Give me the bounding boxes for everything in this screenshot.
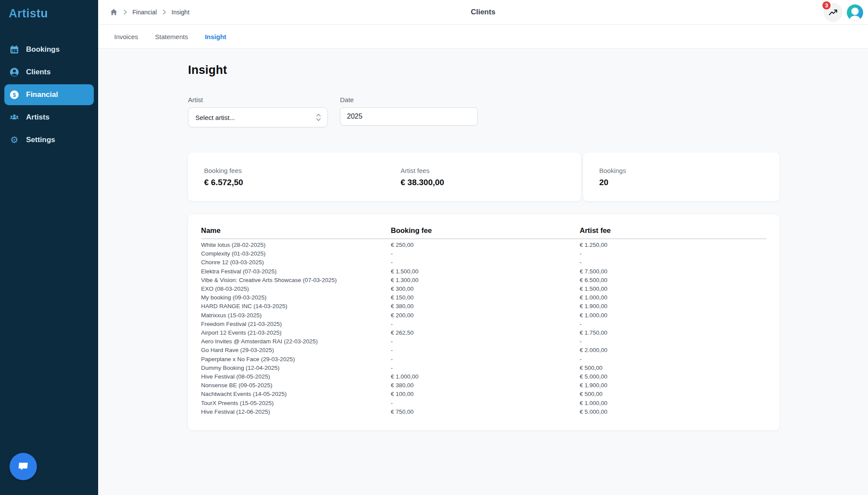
topbar-actions: 3 [824,0,863,25]
cell-artist-fee: € 6.500,00 [580,276,766,285]
table-row: HARD RANGE INC (14-03-2025) € 380,00 € 1… [201,302,766,311]
cell-artist-fee: - [580,258,766,267]
sidebar-item-bookings[interactable]: Bookings [4,39,94,60]
user-avatar[interactable] [847,4,863,21]
bookings-table-card: Name Booking fee Artist fee White lotus … [188,214,779,430]
insights-shortcut-button[interactable]: 3 [824,3,842,22]
cell-artist-fee: € 2.000,00 [580,346,766,355]
cell-name: Freedom Festival (21-03-2025) [201,320,391,329]
cell-booking-fee: € 100,00 [391,390,580,399]
table-row: Nonsense BE (09-05-2025) € 380,00 € 1.90… [201,381,766,390]
table-row: Elektra Festival (07-03-2025) € 1.500,00… [201,267,766,276]
tab-invoices[interactable]: Invoices [114,33,138,40]
tab-statements[interactable]: Statements [155,33,188,40]
table-row: White lotus (28-02-2025) € 250,00 € 1.25… [201,241,766,249]
cell-name: Aero Invites @ Amsterdam RAI (22-03-2025… [201,337,391,346]
gear-icon: ⚙ [10,135,19,145]
table-row: Freedom Festival (21-03-2025) - - [201,320,766,329]
table-row: Vibe & Vision: Creative Arts Showcase (0… [201,276,766,285]
page-heading: Insight [188,63,868,77]
table-row: Matrixxus (15-03-2025) € 200,00 € 1.000,… [201,311,766,320]
cell-name: TourX Preents (15-05-2025) [201,399,391,408]
table-row: Paperplane x No Face (29-03-2025) - - [201,355,766,364]
date-input[interactable] [340,107,478,126]
app-window: Artistu Bookings Clients $ Financial [0,0,868,495]
sidebar: Artistu Bookings Clients $ Financial [0,0,98,495]
table-row: Hive Festival (12-06-2025) € 750,00 € 5.… [201,408,766,416]
artist-select-value: Select artist... [195,114,235,121]
metric-value: € 6.572,50 [204,178,385,187]
cell-booking-fee: € 200,00 [391,311,580,320]
cell-booking-fee: - [391,337,580,346]
artist-label: Artist [188,96,328,103]
artist-fees-metric: Artist fees € 38.300,00 [385,153,581,201]
cell-artist-fee: € 1.900,00 [580,381,766,390]
sidebar-item-financial[interactable]: $ Financial [4,84,94,105]
table-row: Aero Invites @ Amsterdam RAI (22-03-2025… [201,337,766,346]
cell-name: Paperplane x No Face (29-03-2025) [201,355,391,364]
cell-booking-fee: € 150,00 [391,293,580,302]
column-header-artist-fee: Artist fee [580,226,766,235]
app-logo: Artistu [0,0,98,20]
cell-booking-fee: - [391,346,580,355]
metric-label: Artist fees [401,167,581,174]
filters: Artist Select artist... Date [188,96,868,127]
table-row: TourX Preents (15-05-2025) - € 1.000,00 [201,399,766,408]
cell-name: Nachtwacht Events (14-05-2025) [201,390,391,399]
cell-artist-fee: - [580,337,766,346]
sidebar-item-label: Artists [26,113,50,122]
sidebar-item-label: Clients [26,68,51,76]
sidebar-item-clients[interactable]: Clients [4,62,94,83]
cell-artist-fee: € 1.750,00 [580,329,766,337]
summary-cards: Booking fees € 6.572,50 Artist fees € 38… [188,153,779,201]
metric-label: Booking fees [204,167,385,174]
cell-name: Matrixxus (15-03-2025) [201,311,391,320]
metric-label: Bookings [599,167,779,174]
table-row: Airport 12 Events (21-03-2025) € 262,50 … [201,329,766,337]
cell-name: Vibe & Vision: Creative Arts Showcase (0… [201,276,391,285]
table-row: Complexity (01-03-2025) - - [201,249,766,258]
cell-artist-fee: - [580,320,766,329]
cell-name: Go Hard Rave (29-03-2025) [201,346,391,355]
dollar-icon: $ [10,90,19,100]
cell-name: Nonsense BE (09-05-2025) [201,381,391,390]
calendar-icon [10,45,19,54]
cell-artist-fee: - [580,355,766,364]
tab-insight[interactable]: Insight [205,33,226,40]
sidebar-item-label: Settings [26,136,55,144]
cell-artist-fee: € 1.500,00 [580,285,766,293]
sidebar-item-label: Bookings [26,45,59,54]
chat-bubble-icon [17,460,30,474]
cell-artist-fee: € 1.000,00 [580,311,766,320]
table-body: White lotus (28-02-2025) € 250,00 € 1.25… [201,239,766,416]
cell-name: Complexity (01-03-2025) [201,249,391,258]
fees-card: Booking fees € 6.572,50 Artist fees € 38… [188,153,581,201]
cell-name: Airport 12 Events (21-03-2025) [201,329,391,337]
sidebar-item-settings[interactable]: ⚙ Settings [4,130,94,150]
top-bar: Financial Insight Clients 3 [98,0,868,25]
notification-badge: 3 [822,0,832,10]
sidebar-nav: Bookings Clients $ Financial Artists [0,39,98,150]
cell-booking-fee: € 380,00 [391,381,580,390]
cell-name: Hive Festival (08-05-2025) [201,372,391,381]
cell-booking-fee: € 262,50 [391,329,580,337]
cell-booking-fee: - [391,355,580,364]
metric-value: 20 [599,178,779,187]
cell-booking-fee: - [391,399,580,408]
chat-button[interactable] [10,453,37,480]
table-header: Name Booking fee Artist fee [201,226,766,239]
cell-artist-fee: € 5.000,00 [580,408,766,416]
page-title: Clients [98,8,868,17]
sidebar-item-artists[interactable]: Artists [4,107,94,128]
tab-bar: Invoices Statements Insight [98,25,868,49]
table-row: My booking (09-03-2025) € 150,00 € 1.000… [201,293,766,302]
table-row: Go Hard Rave (29-03-2025) - € 2.000,00 [201,346,766,355]
artist-select[interactable]: Select artist... [188,107,328,127]
cell-artist-fee: € 500,00 [580,364,766,372]
cell-name: Dummy Booking (12-04-2025) [201,364,391,372]
cell-booking-fee: € 1.500,00 [391,267,580,276]
table-row: Nachtwacht Events (14-05-2025) € 100,00 … [201,390,766,399]
main-area: Financial Insight Clients 3 [98,0,868,495]
cell-name: HARD RANGE INC (14-03-2025) [201,302,391,311]
cell-booking-fee: - [391,249,580,258]
